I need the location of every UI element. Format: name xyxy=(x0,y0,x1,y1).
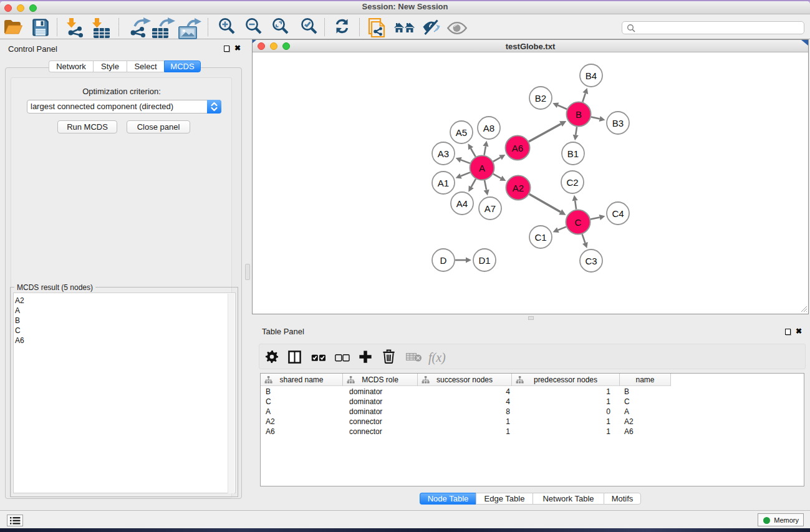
svg-text:C2: C2 xyxy=(566,177,578,188)
svg-text:C4: C4 xyxy=(612,208,624,219)
svg-text:A1: A1 xyxy=(438,178,449,188)
svg-text:B3: B3 xyxy=(612,118,624,128)
svg-text:C: C xyxy=(575,217,582,228)
svg-text:A6: A6 xyxy=(512,143,523,153)
svg-text:A3: A3 xyxy=(438,148,449,159)
svg-text:B2: B2 xyxy=(535,93,546,104)
svg-text:A4: A4 xyxy=(456,198,468,209)
svg-text:A8: A8 xyxy=(483,123,494,133)
svg-text:B1: B1 xyxy=(567,148,579,159)
svg-text:C3: C3 xyxy=(585,256,597,266)
svg-text:A: A xyxy=(479,163,485,173)
svg-text:C1: C1 xyxy=(534,232,546,243)
svg-text:D1: D1 xyxy=(478,255,490,266)
svg-text:B: B xyxy=(576,109,582,120)
svg-text:A7: A7 xyxy=(485,203,496,214)
svg-text:A5: A5 xyxy=(456,127,467,138)
svg-text:A2: A2 xyxy=(513,183,524,193)
svg-text:B4: B4 xyxy=(586,70,597,81)
svg-text:D: D xyxy=(440,255,447,266)
